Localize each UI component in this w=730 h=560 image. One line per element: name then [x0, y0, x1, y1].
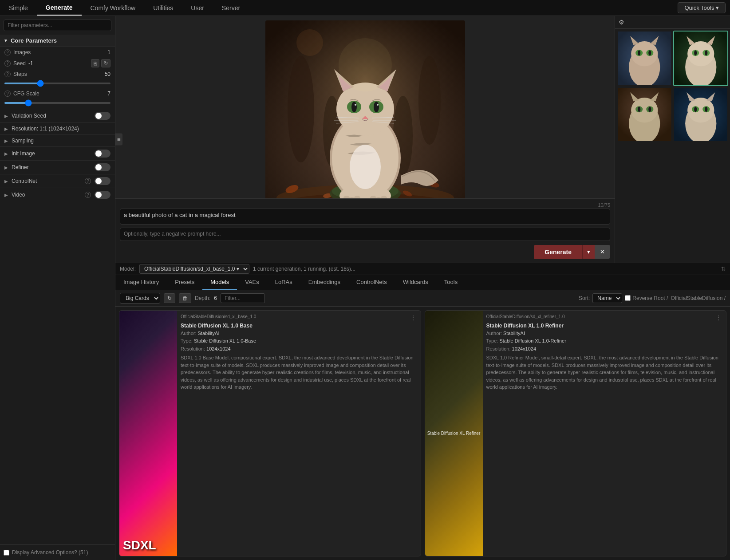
model-card-menu-sdxl[interactable]: ⋮ — [409, 314, 417, 321]
tab-presets[interactable]: Presets — [167, 275, 202, 290]
prompt-input[interactable]: a beautiful photo of a cat in a magical … — [120, 209, 610, 225]
seed-help-icon[interactable]: ? — [4, 60, 11, 67]
svg-point-74 — [687, 98, 714, 122]
thumbnail-1[interactable] — [617, 31, 672, 86]
seed-param-row: ? Seed -1 ⎘ ↻ — [0, 57, 115, 69]
reverse-root-checkbox[interactable] — [625, 295, 631, 301]
video-row[interactable]: ▶ Video ? — [0, 188, 115, 201]
thumbnail-2[interactable] — [673, 31, 729, 86]
steps-value: 50 — [105, 71, 110, 77]
cfg-slider-container — [0, 98, 115, 109]
resolution-chevron: ▶ — [4, 126, 8, 131]
sampling-row[interactable]: ▶ Sampling — [0, 134, 115, 146]
tab-wildcards[interactable]: Wildcards — [395, 275, 436, 290]
top-nav: Simple Generate Comfy Workflow Utilities… — [0, 0, 730, 16]
svg-point-65 — [631, 98, 658, 122]
view-mode-select[interactable]: Big Cards — [120, 293, 160, 304]
reverse-root-checkbox-label[interactable]: Reverse Root / — [625, 295, 668, 301]
seed-copy-button[interactable]: ⎘ — [91, 59, 99, 67]
model-card-title-sdxl: Stable Diffusion XL 1.0 Base — [181, 323, 417, 329]
thumbnail-3[interactable] — [617, 87, 672, 142]
controlnet-chevron: ▶ — [4, 179, 8, 184]
display-advanced-checkbox[interactable] — [4, 550, 9, 556]
tab-models[interactable]: Models — [202, 275, 237, 290]
cfg-param-row: ? CFG Scale 7 — [0, 88, 115, 98]
model-card-path-refiner: OfficialStableDiffusion/sd_xl_refiner_1.… — [486, 314, 565, 319]
core-parameters-header[interactable]: ▼ Core Parameters — [0, 35, 115, 47]
svg-point-44 — [296, 29, 323, 56]
tab-loras[interactable]: LoRAs — [267, 275, 300, 290]
generate-dropdown-button[interactable]: ▾ — [582, 245, 595, 259]
steps-help-icon[interactable]: ? — [4, 71, 11, 77]
video-toggle[interactable] — [95, 191, 110, 199]
cfg-help-icon[interactable]: ? — [4, 91, 11, 97]
left-panel: ▼ Core Parameters ? Images 1 ? Seed -1 ⎘… — [0, 16, 115, 560]
svg-point-51 — [648, 50, 651, 55]
display-advanced-checkbox-label[interactable]: Display Advanced Options? (51) — [4, 549, 111, 556]
seed-random-button[interactable]: ↻ — [101, 59, 110, 67]
prompt-counter: 10/75 — [120, 202, 610, 208]
right-panel-settings-button[interactable]: ⚙ — [619, 19, 624, 26]
generate-button[interactable]: Generate — [534, 245, 582, 259]
nav-item-server[interactable]: Server — [213, 0, 249, 16]
model-card-thumb-sdxl[interactable]: SDXL — [119, 311, 177, 556]
nav-item-user[interactable]: User — [182, 0, 213, 16]
model-select[interactable]: OfficialStableDiffusion/sd_xl_base_1.0 ▾ — [139, 264, 249, 274]
generated-image[interactable] — [265, 20, 465, 198]
thumbnail-4[interactable] — [673, 87, 729, 142]
refiner-chevron: ▶ — [4, 165, 8, 170]
controlnet-toggle[interactable] — [95, 177, 110, 185]
images-help-icon[interactable]: ? — [4, 49, 11, 55]
variation-seed-chevron: ▶ — [4, 114, 8, 118]
variation-seed-toggle[interactable] — [95, 112, 110, 120]
svg-point-78 — [705, 106, 707, 112]
model-card-menu-refiner[interactable]: ⋮ — [714, 314, 722, 321]
video-label: Video — [12, 192, 81, 198]
nav-item-simple[interactable]: Simple — [0, 0, 37, 16]
nav-item-generate[interactable]: Generate — [37, 0, 82, 16]
tab-tools[interactable]: Tools — [436, 275, 466, 290]
core-chevron-icon: ▼ — [4, 38, 8, 43]
model-card-thumb-refiner[interactable]: Stable Diffusion XL Refiner — [425, 311, 483, 556]
controlnet-help-icon[interactable]: ? — [85, 178, 91, 184]
sort-label: Sort: — [579, 295, 590, 301]
right-panel-header: ⚙ — [615, 16, 730, 29]
variation-seed-row[interactable]: ▶ Variation Seed — [0, 109, 115, 122]
cancel-generate-button[interactable]: ✕ — [595, 245, 610, 259]
sdxl-thumb-text: SDXL — [123, 538, 156, 552]
images-value: 1 — [107, 49, 110, 55]
steps-label: Steps — [13, 71, 27, 77]
display-advanced-label: Display Advanced Options? (51) — [12, 549, 88, 556]
quick-tools-button[interactable]: Quick Tools ▾ — [678, 2, 726, 13]
refiner-thumb-text: Stable Diffusion XL Refiner — [426, 429, 482, 438]
collapse-panel-button[interactable]: ≡ — [115, 133, 122, 145]
refiner-toggle[interactable] — [95, 163, 110, 171]
init-image-toggle[interactable] — [95, 150, 110, 158]
model-card-body-sdxl: OfficialStableDiffusion/sd_xl_base_1.0 ⋮… — [177, 311, 421, 556]
delete-models-button[interactable]: 🗑 — [179, 293, 191, 303]
tab-image-history[interactable]: Image History — [115, 275, 167, 290]
cfg-slider[interactable] — [4, 102, 110, 104]
sort-select[interactable]: Name — [592, 293, 622, 303]
steps-slider-container — [0, 78, 115, 88]
model-card-resolution-sdxl: Resolution: 1024x1024 — [181, 345, 417, 353]
nav-item-utilities[interactable]: Utilities — [144, 0, 182, 16]
steps-slider[interactable] — [4, 83, 110, 84]
controlnet-row[interactable]: ▶ ControlNet ? — [0, 174, 115, 188]
init-image-row[interactable]: ▶ Init Image — [0, 146, 115, 160]
models-filter-input[interactable] — [221, 293, 265, 303]
video-help-icon[interactable]: ? — [85, 192, 91, 198]
refresh-models-button[interactable]: ↻ — [164, 293, 175, 303]
nav-item-comfy[interactable]: Comfy Workflow — [82, 0, 145, 16]
refiner-row[interactable]: ▶ Refiner — [0, 160, 115, 174]
tab-controlnets[interactable]: ControlNets — [348, 275, 395, 290]
svg-point-59 — [694, 50, 697, 55]
init-image-label: Init Image — [12, 150, 91, 157]
resolution-row[interactable]: ▶ Resolution: 1:1 (1024×1024) — [0, 122, 115, 134]
controlnet-label: ControlNet — [12, 178, 81, 184]
tab-vaes[interactable]: VAEs — [237, 275, 267, 290]
negative-prompt-input[interactable] — [120, 228, 610, 241]
filter-parameters-input[interactable] — [4, 20, 111, 31]
tab-embeddings[interactable]: Embeddings — [300, 275, 348, 290]
model-card-sdxl-base: SDXL OfficialStableDiffusion/sd_xl_base_… — [119, 310, 421, 557]
